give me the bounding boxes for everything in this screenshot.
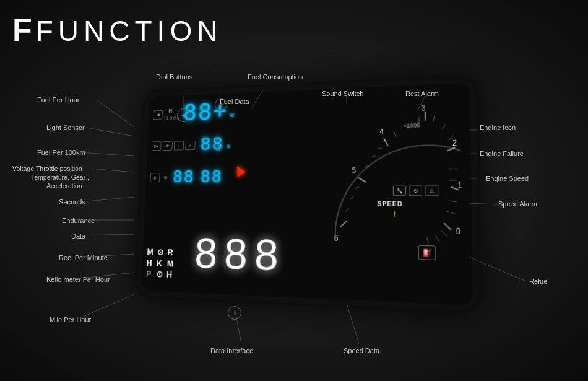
engine-icons-row: 🔧 ⚙ ⚠ <box>393 185 438 196</box>
refuel-icon: ⛽ <box>418 245 436 260</box>
label-data: Data <box>71 232 85 240</box>
hud-row3: K ⊕ 88 : 88 <box>150 169 223 186</box>
speedometer: 6 5 4 3 2 1 0 ×1000 SPEED ! <box>329 86 469 264</box>
label-fuel-consumption: Fuel Consumption <box>248 73 303 81</box>
engine-icon-2: ⚙ <box>409 186 422 196</box>
label-speed-alarm: Speed Alarm <box>498 200 537 208</box>
speed-display: 8 8 8 <box>191 234 282 281</box>
svg-text:×1000: ×1000 <box>404 122 420 129</box>
icon-d: D+ <box>152 141 162 151</box>
engine-icon-3: ⚠ <box>425 185 438 196</box>
svg-line-8 <box>350 196 353 199</box>
icon-down-arrow: ↓ <box>174 141 184 150</box>
icon-equals: ≡ <box>185 141 195 150</box>
label-fuel-per-100km: Fuel Per 100km <box>37 149 85 156</box>
svg-line-25 <box>427 237 428 244</box>
svg-line-37 <box>87 128 134 136</box>
svg-line-16 <box>433 115 435 121</box>
svg-line-56 <box>347 304 359 344</box>
label-sound-switch: Sound Switch <box>322 90 363 97</box>
label-speed-data: Speed Data <box>344 347 379 354</box>
label-acceleration: Acceleration <box>46 182 82 190</box>
icon-k: K <box>150 173 160 182</box>
label-endurance: Endurance <box>62 217 95 224</box>
label-engine-speed: Engine Speed <box>486 175 529 182</box>
svg-line-19 <box>449 169 457 169</box>
label-data-interface: Data Interface <box>210 347 253 354</box>
svg-line-7 <box>345 208 349 212</box>
label-engine-icon: Engine Icon <box>480 124 516 131</box>
speed-digit-2: 8 <box>220 235 251 280</box>
svg-line-0 <box>340 221 347 227</box>
label-light-sensor: Light Sensor <box>46 124 85 131</box>
unit-labels: M H P ⊙ K ⊙ R M H <box>146 247 175 280</box>
row3-digits2: 88 <box>200 169 223 186</box>
svg-text:0: 0 <box>456 227 460 235</box>
svg-text:3: 3 <box>421 104 425 112</box>
svg-text:4: 4 <box>379 128 384 136</box>
label-rest-alarm: Rest Alarm <box>405 90 439 97</box>
speed-digit-1: 8 <box>191 234 221 279</box>
label-refuel: Refuel <box>529 278 549 285</box>
label-mile-per-hour: Mile Per Hour <box>50 316 91 323</box>
unit-p: P <box>146 268 153 279</box>
row3-digits: 88 <box>173 169 195 186</box>
svg-line-6 <box>444 223 451 230</box>
label-dial-buttons: Dial Buttons <box>156 73 192 81</box>
svg-line-2 <box>384 138 387 146</box>
svg-line-45 <box>77 294 134 319</box>
svg-line-11 <box>371 156 375 157</box>
hud-screen: ◀ L H \ 1 0 0 k 88+ ⊕ D+ ⊕ ↓ ≡ 88 ⊕ K <box>141 83 473 306</box>
svg-text:1: 1 <box>457 181 462 190</box>
svg-line-23 <box>441 231 447 237</box>
speed-pointer: ▲ <box>228 157 251 182</box>
label-kelio-per-hour: Kelio meter Per Hour <box>46 276 110 283</box>
svg-line-13 <box>394 130 396 136</box>
svg-text:!: ! <box>394 211 396 219</box>
svg-text:SPEED: SPEED <box>377 200 402 208</box>
unit-k: K <box>157 258 164 269</box>
icon-arrow-left: ◀ <box>153 110 163 120</box>
unit-ph: H <box>166 269 174 280</box>
svg-line-22 <box>447 211 455 214</box>
unit-m: M <box>147 247 154 258</box>
label-fuel-per-hour: Fuel Per Hour <box>37 96 79 103</box>
label-voltage: Voltage,Throttle position <box>12 165 82 172</box>
page-title: FFunction <box>12 11 222 48</box>
label-seconds: Seconds <box>59 198 85 206</box>
unit-circle2: ⊙ <box>156 268 163 279</box>
svg-line-39 <box>92 169 134 172</box>
unit-r: R <box>167 247 175 258</box>
icon-plus-sq: ⊕ <box>163 141 173 151</box>
svg-line-38 <box>80 152 134 156</box>
svg-line-9 <box>355 186 359 189</box>
label-temperature: Temperature, Gear , <box>31 173 89 181</box>
plus-btn-data-interface[interactable]: + <box>228 306 241 320</box>
engine-icon-1: 🔧 <box>393 186 406 196</box>
svg-line-36 <box>96 100 134 127</box>
unit-circle: ⊙ <box>157 247 164 258</box>
label-fuel-data: Fuel Data <box>220 98 249 105</box>
unit-m2: M <box>166 258 174 269</box>
svg-text:5: 5 <box>352 167 356 175</box>
svg-text:2: 2 <box>452 139 457 147</box>
svg-line-24 <box>435 235 439 242</box>
plus-btn-dial[interactable]: + <box>177 108 191 122</box>
svg-line-40 <box>87 197 134 201</box>
svg-line-17 <box>442 124 446 129</box>
svg-line-21 <box>449 201 457 202</box>
unit-h: H <box>146 257 153 268</box>
svg-line-1 <box>358 177 365 182</box>
svg-text:6: 6 <box>334 234 339 242</box>
label-reel-per-minute: Reel Per Minute <box>59 254 108 261</box>
speed-digit-3: 8 <box>251 235 282 281</box>
label-engine-failure: Engine Failure <box>480 150 524 157</box>
